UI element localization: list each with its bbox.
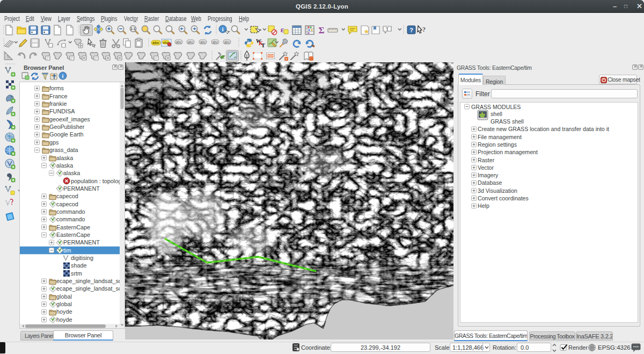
svg-text:global: global (56, 301, 72, 307)
svg-text:France: France (49, 93, 68, 99)
svg-text:ecape_single_landsat_scene: ecape_single_landsat_scene (56, 285, 125, 292)
svg-text:GRASS MODULES: GRASS MODULES (471, 104, 521, 110)
svg-text:capecod: capecod (56, 193, 78, 199)
svg-text:File management: File management (478, 134, 522, 140)
svg-text:ecape_single_landsat_scene: ecape_single_landsat_scene (56, 278, 125, 284)
svg-text:geoexif_images: geoexif_images (49, 116, 90, 122)
svg-text:Database: Database (478, 179, 502, 186)
svg-text:capecod: capecod (56, 201, 78, 207)
svg-text:srtm: srtm (71, 270, 82, 277)
svg-text:FUNDISA: FUNDISA (49, 108, 75, 114)
svg-text:Help: Help (478, 203, 489, 209)
svg-text:i: i (62, 73, 64, 79)
svg-text:alaska: alaska (56, 155, 73, 161)
svg-text:Create new GRASS location and: Create new GRASS location and transfer d… (478, 126, 609, 132)
svg-text:alaska: alaska (63, 170, 80, 176)
svg-text:population : topology r: population : topology r (71, 178, 125, 184)
svg-text:Imagery: Imagery (478, 172, 499, 178)
svg-text:hoyde: hoyde (56, 316, 72, 323)
svg-text:alaska: alaska (56, 162, 73, 169)
svg-text:commando: commando (56, 216, 85, 222)
svg-text:Raster: Raster (478, 157, 495, 163)
svg-text:Projection management: Projection management (478, 149, 538, 155)
svg-text:global: global (56, 293, 72, 300)
svg-text:tim: tim (63, 247, 71, 254)
svg-text:shell: shell (491, 111, 502, 117)
svg-text:forms: forms (49, 85, 64, 91)
svg-text:digitising: digitising (71, 255, 93, 261)
svg-text:3d Visualization: 3d Visualization (478, 187, 517, 194)
svg-text:frankie: frankie (49, 100, 67, 107)
svg-text:commando: commando (56, 208, 85, 215)
svg-text:gps: gps (49, 139, 59, 146)
svg-text:grass_data: grass_data (49, 147, 78, 153)
svg-text:EasternCape: EasternCape (56, 224, 90, 230)
svg-text:Google Earth: Google Earth (49, 131, 84, 138)
svg-text:PERMANENT: PERMANENT (63, 239, 100, 245)
svg-text:GeoPublisher: GeoPublisher (49, 124, 85, 130)
svg-text:Vector: Vector (478, 164, 494, 171)
svg-text:shade: shade (71, 262, 86, 269)
svg-text:EasternCape: EasternCape (56, 232, 90, 238)
svg-text:Convert coordinates: Convert coordinates (478, 195, 529, 201)
svg-text:Region settings: Region settings (478, 141, 517, 148)
svg-text:PERMANENT: PERMANENT (63, 185, 100, 192)
svg-text:hoyde: hoyde (56, 308, 72, 315)
svg-text:GRASS shell: GRASS shell (491, 118, 524, 125)
